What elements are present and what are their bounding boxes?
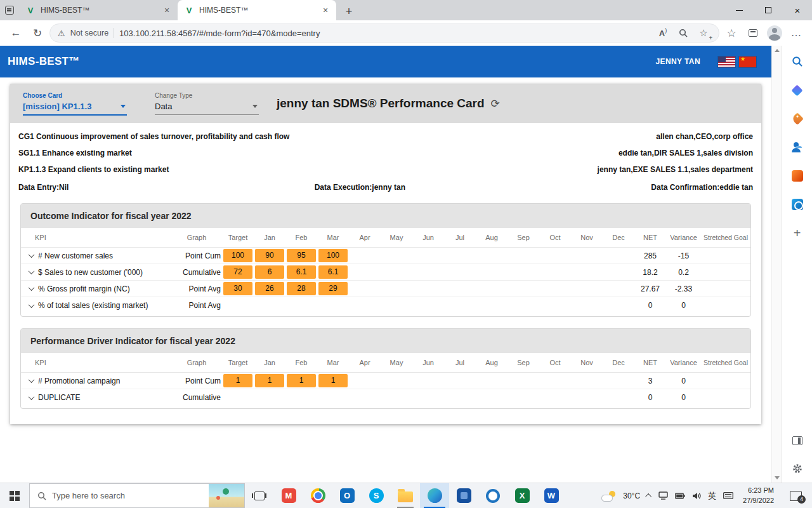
collections-icon[interactable] [743,23,763,43]
month-cell[interactable] [540,391,570,404]
month-cell[interactable] [350,249,379,262]
month-cell[interactable] [572,391,601,404]
month-cell[interactable] [509,282,538,295]
taskbar-outlook-icon[interactable] [332,483,362,508]
month-cell[interactable] [540,265,570,279]
tab-actions-button[interactable] [0,0,19,20]
sidebar-outlook-icon[interactable] [790,197,805,212]
display-tray-icon[interactable] [658,491,668,500]
taskbar-chrome-icon[interactable] [303,483,332,508]
month-cell[interactable] [477,282,506,295]
read-aloud-icon[interactable]: A [655,25,671,41]
month-cell[interactable] [477,374,506,387]
expand-row-icon[interactable] [29,302,35,308]
reload-card-icon[interactable]: ⟳ [491,97,500,110]
month-cell[interactable] [414,391,443,404]
month-cell[interactable] [604,249,633,262]
month-cell[interactable] [540,299,570,312]
sidebar-panel-icon[interactable] [790,433,805,448]
month-cell[interactable] [477,249,506,262]
zoom-icon[interactable] [676,25,691,41]
month-cell[interactable] [414,249,443,262]
month-cell[interactable]: 28 [287,282,316,295]
back-button[interactable]: ← [6,23,25,43]
month-cell[interactable]: 90 [255,249,284,262]
target-cell[interactable]: 100 [223,249,252,262]
taskbar-file-explorer-icon[interactable] [391,483,420,508]
month-cell[interactable]: 6.1 [318,265,348,279]
expand-row-icon[interactable] [29,251,35,258]
english-language-flag-icon[interactable] [718,57,735,67]
month-cell[interactable] [350,391,379,404]
action-center-icon[interactable]: 4 [790,491,802,501]
month-cell[interactable] [540,282,570,295]
browser-tab-2-active[interactable]: HIMS-BEST™ × [178,0,336,20]
month-cell[interactable] [350,374,379,387]
month-cell[interactable] [445,391,475,404]
month-cell[interactable] [445,249,475,262]
close-window-button[interactable]: × [783,0,812,20]
change-type-select[interactable]: Change Type Data [155,92,259,115]
month-cell[interactable]: 1 [287,374,316,387]
scroll-up-icon[interactable] [775,49,780,52]
month-cell[interactable]: 29 [318,282,348,295]
tab-close-icon[interactable]: × [320,4,331,16]
profile-avatar[interactable] [765,23,784,43]
taskbar-clock[interactable]: 6:23 PM 27/9/2022 [740,486,774,505]
month-cell[interactable] [255,299,284,312]
month-cell[interactable] [509,299,538,312]
month-cell[interactable] [382,391,411,404]
month-cell[interactable]: 95 [287,249,316,262]
month-cell[interactable] [540,374,570,387]
month-cell[interactable] [477,299,506,312]
sidebar-office-icon[interactable] [790,168,805,184]
month-cell[interactable]: 1 [255,374,284,387]
weather-icon[interactable] [602,491,616,501]
month-cell[interactable] [572,249,601,262]
url-text[interactable]: 103.100.211.58:4567/#/mde-form?id=470&mo… [119,29,650,38]
month-cell[interactable] [604,282,633,295]
month-cell[interactable] [509,265,538,279]
month-cell[interactable] [414,299,443,312]
month-cell[interactable] [445,374,475,387]
taskbar-skype-icon[interactable] [362,483,391,508]
new-tab-button[interactable]: + [340,3,358,20]
target-cell[interactable] [223,391,252,404]
month-cell[interactable] [350,265,379,279]
expand-row-icon[interactable] [29,284,35,291]
month-cell[interactable] [572,374,601,387]
month-cell[interactable] [509,391,538,404]
month-cell[interactable] [287,391,316,404]
sidebar-search-icon[interactable] [790,54,805,69]
month-cell[interactable] [509,249,538,262]
start-button[interactable] [0,483,29,508]
month-cell[interactable] [477,265,506,279]
month-cell[interactable] [382,249,411,262]
month-cell[interactable] [318,299,348,312]
add-favorite-icon[interactable]: ☆+ [696,25,711,41]
url-field[interactable]: ⚠ Not secure 103.100.211.58:4567/#/mde-f… [49,23,719,43]
favorites-icon[interactable]: ☆ [722,23,741,43]
taskbar-blue-app-icon[interactable] [449,483,478,508]
month-cell[interactable] [445,299,475,312]
touch-keyboard-icon[interactable] [723,492,733,499]
sidebar-people-icon[interactable] [790,140,805,155]
month-cell[interactable]: 26 [255,282,284,295]
target-cell[interactable]: 1 [223,374,252,387]
battery-tray-icon[interactable] [675,493,685,499]
tab-close-icon[interactable]: × [161,4,173,16]
page-scrollbar[interactable] [771,46,782,483]
month-cell[interactable]: 100 [318,249,348,262]
month-cell[interactable] [382,265,411,279]
sidebar-add-icon[interactable]: + [790,225,805,241]
sidebar-settings-gear-icon[interactable] [790,461,805,476]
month-cell[interactable] [540,249,570,262]
month-cell[interactable] [350,282,379,295]
month-cell[interactable] [382,374,411,387]
taskbar-word-icon[interactable] [537,483,566,508]
month-cell[interactable] [382,299,411,312]
taskbar-excel-icon[interactable] [508,483,537,508]
maximize-button[interactable] [754,0,783,20]
taskbar-search-input[interactable]: Type here to search [29,483,245,508]
month-cell[interactable]: 1 [318,374,348,387]
